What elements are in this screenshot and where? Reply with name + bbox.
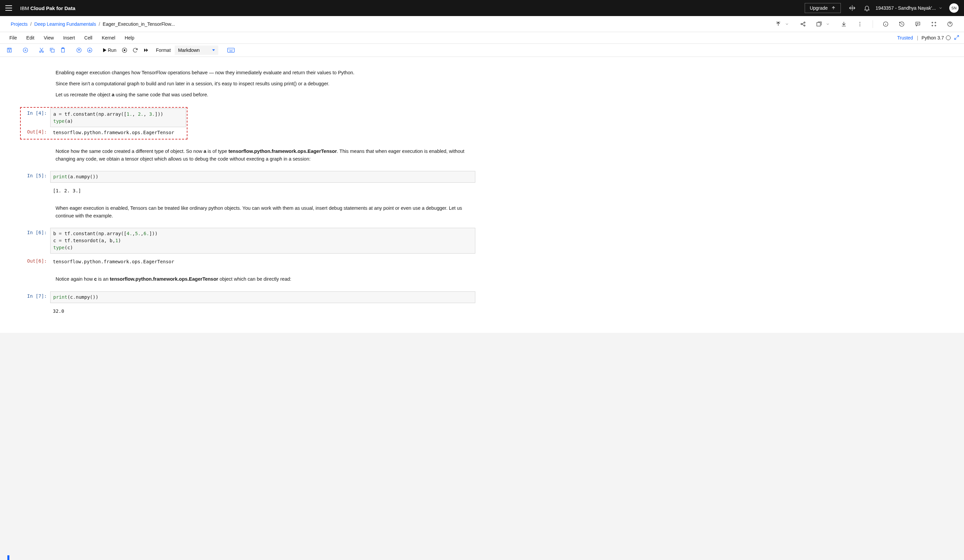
md-text: Let us recreate the object a using the s…	[55, 91, 475, 99]
kernel-indicator[interactable]: | Python 3.7	[915, 35, 951, 41]
avatar[interactable]: SN	[949, 3, 959, 13]
md-text: Notice how the same code created a diffe…	[55, 148, 475, 163]
play-icon	[103, 48, 106, 52]
code-cell[interactable]: In [6]: b = tf.constant(np.array([4.,5.,…	[7, 228, 475, 253]
expand-icon[interactable]	[954, 35, 959, 41]
trusted-label: Trusted	[897, 35, 913, 41]
breadcrumb-project[interactable]: Deep Learning Fundamentals	[34, 21, 96, 27]
upgrade-arrow-icon	[831, 6, 836, 10]
menu-view[interactable]: View	[39, 35, 59, 41]
insert-cell-icon[interactable]	[21, 45, 30, 55]
move-up-icon[interactable]	[74, 45, 84, 55]
cut-icon[interactable]	[37, 45, 46, 55]
input-prompt: In [7]:	[7, 291, 50, 303]
chevron-down-icon	[939, 6, 943, 10]
md-text: Enabling eager execution changes how Ten…	[55, 69, 475, 76]
notebook-content: Enabling eager execution changes how Ten…	[0, 57, 482, 333]
svg-point-4	[860, 22, 860, 23]
code-input[interactable]: print(c.numpy())	[50, 291, 475, 303]
code-input[interactable]: print(a.numpy())	[50, 171, 475, 183]
code-cell[interactable]: In [4]: a = tf.constant(np.array([1., 2.…	[21, 109, 186, 127]
download-icon[interactable]	[840, 21, 847, 28]
svg-point-30	[232, 49, 232, 50]
move-down-icon[interactable]	[85, 45, 94, 55]
svg-point-29	[231, 49, 231, 50]
notebook: File Edit View Insert Cell Kernel Help T…	[0, 32, 964, 333]
input-prompt: In [5]:	[7, 171, 50, 183]
chevron-down-icon[interactable]	[824, 21, 831, 28]
notifications-icon[interactable]	[864, 5, 870, 11]
run-label: Run	[108, 47, 116, 53]
code-input[interactable]: a = tf.constant(np.array([1., 2., 3.])) …	[50, 109, 186, 127]
svg-point-15	[9, 50, 10, 52]
svg-point-11	[935, 25, 936, 26]
brand-title: IBM Cloud Pak for Data	[20, 5, 75, 11]
upgrade-button[interactable]: Upgrade	[805, 3, 841, 13]
help-icon[interactable]	[946, 21, 953, 28]
format-label: Format	[156, 47, 171, 53]
markdown-cell[interactable]: Notice again how c is an tensorflow.pyth…	[7, 270, 475, 288]
format-select[interactable]: Markdown	[175, 45, 218, 55]
keyboard-icon[interactable]	[226, 45, 236, 55]
code-input[interactable]: b = tf.constant(np.array([4.,5.,6.])) c …	[50, 228, 475, 253]
topbar: IBM Cloud Pak for Data Upgrade 1943357 -…	[0, 0, 964, 16]
code-cell[interactable]: In [7]: print(c.numpy())	[7, 291, 475, 303]
hamburger-menu-icon[interactable]	[5, 5, 12, 11]
copy-icon[interactable]	[47, 45, 57, 55]
markdown-cell[interactable]: Enabling eager execution changes how Ten…	[7, 63, 475, 104]
breadcrumb-projects[interactable]: Projects	[11, 21, 28, 27]
user-label: 1943357 - Sandhya Nayak'...	[876, 5, 936, 11]
svg-point-31	[233, 49, 234, 50]
data-panel-icon[interactable]	[930, 21, 937, 28]
highlight-annotation: In [4]: a = tf.constant(np.array([1., 2.…	[20, 107, 187, 140]
svg-point-8	[932, 22, 933, 23]
output-prompt	[7, 185, 50, 196]
jobs-icon[interactable]	[816, 21, 822, 28]
svg-point-6	[860, 26, 860, 26]
restart-run-all-icon[interactable]	[141, 45, 151, 55]
output-prompt: Out[4]:	[21, 127, 50, 138]
menu-file[interactable]: File	[5, 35, 22, 41]
svg-rect-14	[8, 48, 10, 50]
svg-point-0	[801, 23, 802, 25]
info-icon[interactable]	[882, 21, 889, 28]
chevron-down-icon[interactable]	[783, 21, 790, 28]
markdown-cell[interactable]: Notice how the same code created a diffe…	[7, 142, 475, 168]
menu-kernel[interactable]: Kernel	[97, 35, 120, 41]
input-prompt: In [6]:	[7, 228, 50, 253]
publish-icon[interactable]	[775, 21, 782, 28]
comments-icon[interactable]	[914, 21, 921, 28]
run-button[interactable]: Run	[101, 47, 119, 53]
share-icon[interactable]	[800, 21, 806, 28]
output-text: [1. 2. 3.]	[50, 185, 475, 196]
notebook-menubar: File Edit View Insert Cell Kernel Help T…	[0, 32, 964, 44]
markdown-cell[interactable]: When eager execution is enabled, Tensors…	[7, 199, 475, 225]
svg-point-10	[932, 25, 933, 26]
output-row: Out[6]: tensorflow.python.framework.ops.…	[7, 256, 475, 267]
user-menu[interactable]: 1943357 - Sandhya Nayak'...	[876, 5, 943, 11]
save-icon[interactable]	[5, 45, 14, 55]
menu-help[interactable]: Help	[120, 35, 139, 41]
md-text: Since there isn't a computational graph …	[55, 80, 475, 88]
paste-icon[interactable]	[58, 45, 68, 55]
svg-point-9	[935, 22, 936, 23]
md-text: Notice again how c is an tensorflow.pyth…	[55, 275, 475, 283]
svg-rect-3	[817, 23, 821, 26]
menu-cell[interactable]: Cell	[80, 35, 97, 41]
restart-icon[interactable]	[130, 45, 140, 55]
menu-edit[interactable]: Edit	[22, 35, 39, 41]
subbar: Projects / Deep Learning Fundamentals / …	[0, 16, 964, 32]
menu-insert[interactable]: Insert	[59, 35, 80, 41]
output-row: [1. 2. 3.]	[7, 185, 475, 196]
code-cell[interactable]: In [5]: print(a.numpy())	[7, 171, 475, 183]
svg-rect-26	[228, 48, 234, 52]
overflow-menu-icon[interactable]	[857, 21, 863, 28]
output-row: Out[4]: tensorflow.python.framework.ops.…	[21, 127, 186, 138]
interrupt-icon[interactable]	[120, 45, 129, 55]
sub-toolbar	[775, 20, 953, 28]
svg-point-1	[804, 22, 805, 23]
svg-rect-25	[124, 50, 125, 51]
directions-icon[interactable]	[849, 5, 855, 11]
svg-point-28	[230, 49, 230, 50]
history-icon[interactable]	[898, 21, 905, 28]
